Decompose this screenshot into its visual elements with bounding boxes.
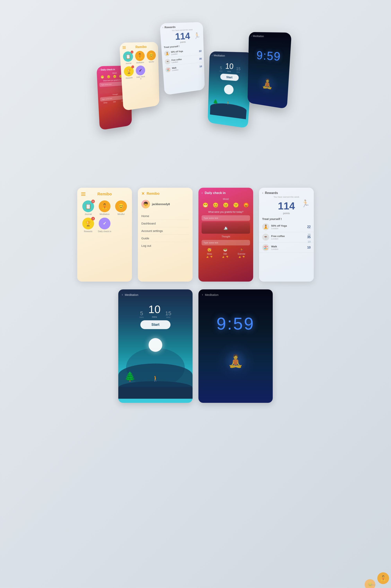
meditation-timer-screen: ‹ Meditation 5 mins 10 mins 15 mins Star…: [118, 290, 193, 403]
yoga-name: 50% off Yoga: [271, 224, 305, 227]
journal-badge: 11: [91, 200, 95, 203]
emoji-smile[interactable]: 😊: [213, 202, 219, 208]
emoji-row: 😁 😊 😐 😕 😡: [198, 201, 253, 209]
diet-label: Diet: [223, 253, 227, 255]
sleep-label: Sleep: [207, 253, 212, 255]
mindful-label: Mindful: [117, 213, 124, 215]
diet-thumbs-down[interactable]: 👎: [226, 256, 228, 258]
timer-center-unit: mins: [148, 316, 161, 318]
menu-item-logout[interactable]: Log out: [141, 242, 189, 249]
menu-item-dashboard[interactable]: Dashboard: [141, 220, 189, 227]
med-timer-title: Meditation: [125, 293, 138, 296]
reward-item-coffee[interactable]: ☕ Free coffee London 35: [259, 232, 314, 242]
timer-left-unit: mins: [140, 316, 144, 318]
menu-close-btn[interactable]: ✕: [141, 191, 145, 196]
walk-name: Walk: [271, 245, 305, 248]
emoji-neutral[interactable]: 😐: [223, 202, 229, 208]
side-num-22: 22: [307, 226, 311, 229]
emoji-sad[interactable]: 😕: [233, 202, 239, 208]
meditation-label: Meditation: [100, 213, 110, 215]
sleep-thumbs-down[interactable]: 👎: [210, 256, 212, 258]
side-num-35: 35: [307, 233, 311, 236]
iso-phone-home: Remibo 📋 11 Journal 🧘 Meditation: [119, 42, 159, 111]
thought-label: Thought: [198, 234, 253, 239]
rewards-figure: 🏃: [301, 199, 310, 208]
walk-points: 10: [307, 246, 311, 249]
side-numbers: 22 35 10: [307, 226, 311, 243]
coffee-info: Free coffee London: [271, 235, 305, 240]
coffee-name: Free coffee: [271, 235, 305, 238]
flat-section: Remibo 📋 11 Journal 🧘 Meditation 😊 Mindf…: [0, 176, 391, 414]
meditation-figure: 🧘: [228, 354, 243, 368]
exercise-label: Exercise: [238, 253, 245, 255]
journal-label: Journal: [85, 213, 92, 215]
checkin-back-arrow[interactable]: ‹: [201, 191, 203, 195]
treat-title: Treat yourself !: [259, 215, 314, 222]
iso-section: ‹ Daily check in Mood 😁😊😐😕😡 What were yo…: [0, 0, 391, 176]
walk-img: 🏖️: [262, 244, 269, 251]
checkin-label: Daily check in: [98, 230, 111, 232]
rewards-screen-card: ‹ Rewards You have earned this week 114 …: [259, 188, 314, 282]
checkin-screen-title: Daily check in: [205, 191, 226, 195]
start-button[interactable]: Start: [140, 320, 170, 329]
home-icon-mindful[interactable]: 😊 Mindful: [115, 200, 127, 215]
menu-item-guide[interactable]: Guide: [141, 235, 189, 242]
menu-avatar: 👦: [141, 200, 150, 208]
med-timer-back-arrow[interactable]: ‹: [122, 293, 123, 296]
timer-left-num: 5: [140, 311, 144, 316]
home-icon-checkin[interactable]: ✓ Daily check in: [98, 218, 111, 232]
home-icon-rewards[interactable]: 🏆 3 Rewards: [82, 218, 94, 232]
bottom-screens-row: ‹ Meditation 5 mins 10 mins 15 mins Star…: [19, 290, 372, 403]
home-icon-journal[interactable]: 📋 11 Journal: [82, 200, 94, 215]
meditation-scene: 🌲 🚶: [118, 332, 193, 399]
track-diet: 🥗 Diet 👍 👎: [222, 248, 228, 258]
track-sleep: 😴 Sleep 👍 👎: [206, 248, 212, 258]
yoga-img: 🧘: [262, 223, 269, 230]
checkin-input-2[interactable]: Type some text: [201, 240, 250, 245]
exercise-thumbs-up[interactable]: 👍: [238, 256, 241, 258]
med-active-title: Meditation: [205, 293, 218, 296]
menu-item-home[interactable]: Home: [141, 212, 189, 220]
walk-location: London: [271, 248, 305, 250]
yoga-location: London: [271, 227, 305, 230]
home-icon-meditation[interactable]: 🧘 Meditation: [99, 200, 110, 215]
meditation-active-screen: ‹ Meditation 9:59 🧘: [198, 290, 273, 403]
active-timer-display: 9:59: [216, 314, 255, 334]
rewards-label: Rewards: [84, 230, 92, 232]
emoji-angry[interactable]: 😡: [243, 202, 249, 208]
menu-username: jackkennedy8: [152, 202, 170, 206]
coffee-location: London: [271, 238, 305, 240]
reward-item-walk[interactable]: 🏖️ Walk London 10: [259, 242, 314, 253]
home-app-title: Remibo: [97, 192, 112, 196]
iso-phone-med-active: ‹ Meditation 9:59 🧘: [248, 32, 292, 109]
iso-phone-rewards: ‹ Rewards You have earned this week 114 …: [160, 22, 205, 95]
rewards-screen-title: Rewards: [265, 191, 278, 195]
hamburger-icon[interactable]: [81, 192, 86, 196]
exercise-thumbs-down[interactable]: 👎: [242, 256, 245, 258]
checkin-question: What were you grateful for today?: [198, 209, 253, 214]
iso-phone-med-timer: ‹ Meditation 5 mins 10 mins 15 mins: [208, 51, 253, 128]
timer-right-unit: mins: [165, 316, 171, 318]
rewards-back-arrow[interactable]: ‹: [262, 191, 263, 195]
timer-center-num: 10: [148, 304, 161, 315]
reward-item-yoga[interactable]: 🧘 50% off Yoga London 22: [259, 222, 314, 232]
rewards-badge: 3: [91, 217, 95, 220]
menu-screen-card: ✕ Remibo 👦 jackkennedy8 Home Dashboard A…: [138, 188, 193, 282]
checkin-screen-card: ‹ Daily check in Mood 😁 😊 😐 😕 😡 What wer…: [198, 188, 253, 282]
menu-item-account[interactable]: Account settings: [141, 227, 189, 235]
coffee-img: ☕: [262, 234, 269, 241]
home-screen-card: Remibo 📋 11 Journal 🧘 Meditation 😊 Mindf…: [77, 188, 132, 282]
sleep-thumbs-up[interactable]: 👍: [206, 256, 209, 258]
med-active-back-arrow[interactable]: ‹: [202, 293, 203, 296]
yoga-info: 50% off Yoga London: [271, 224, 305, 230]
timer-right-num: 15: [165, 311, 171, 316]
checkin-mood-label: Mood: [198, 196, 253, 201]
side-num-10: 10: [307, 240, 311, 243]
points-label: points: [259, 212, 314, 215]
emoji-happy[interactable]: 😁: [202, 202, 208, 208]
walk-info: Walk London: [271, 245, 305, 250]
checkin-input-1[interactable]: Type some text: [201, 215, 250, 221]
top-screens-row: Remibo 📋 11 Journal 🧘 Meditation 😊 Mindf…: [19, 188, 372, 282]
diet-thumbs-up[interactable]: 👍: [222, 256, 224, 258]
checkin-title-iso: Daily check in: [101, 68, 115, 71]
